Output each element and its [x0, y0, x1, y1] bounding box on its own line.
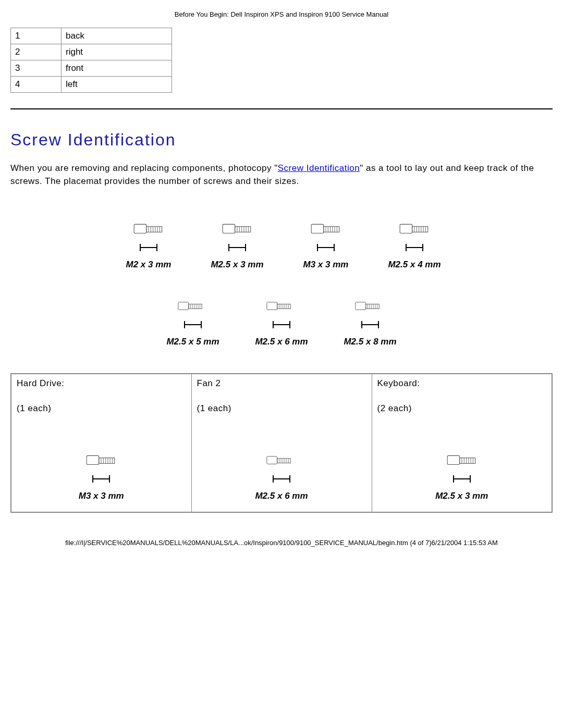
table-row: 1 back: [11, 28, 172, 44]
component-cell: Fan 2 (1 each) M2.5 x 6 mm: [191, 374, 372, 512]
screw-identification-link[interactable]: Screw Identification: [278, 163, 360, 173]
section-title: Screw Identification: [10, 130, 553, 150]
screw-label: M2 x 3 mm: [126, 260, 172, 270]
table-row: 3 front: [11, 60, 172, 77]
cell-num: 3: [11, 60, 62, 77]
screw-item: M2 x 3 mm: [115, 219, 182, 270]
bracket-icon: [92, 474, 111, 484]
screw-row-1: M2 x 3 mm M2.5 x 3 mm M3 x 3 mm M2.5 x 4…: [10, 219, 553, 270]
component-qty: (1 each): [17, 403, 186, 414]
screw-label: M3 x 3 mm: [303, 260, 349, 270]
component-qty: (1 each): [197, 403, 366, 414]
screw-label: M2.5 x 5 mm: [166, 337, 219, 347]
screw-item: M3 x 3 mm: [292, 219, 360, 270]
table-row: 2 right: [11, 44, 172, 60]
cell-label: right: [62, 44, 172, 60]
bracket-icon: [269, 474, 294, 484]
bracket-icon: [316, 243, 335, 252]
screw-item: M2.5 x 6 mm: [248, 296, 315, 347]
screw-label: M2.5 x 6 mm: [255, 337, 308, 347]
component-cell: Hard Drive: (1 each) M3 x 3 mm: [11, 374, 191, 512]
cell-label: left: [62, 77, 172, 93]
component-table: Hard Drive: (1 each) M3 x 3 mm Fan 2 (1 …: [10, 373, 553, 513]
screw-icon: [177, 296, 209, 317]
doc-header: Before You Begin: Dell Inspiron XPS and …: [10, 10, 553, 18]
direction-table: 1 back 2 right 3 front 4 left: [10, 28, 172, 93]
cell-num: 1: [11, 28, 62, 44]
component-screw: M2.5 x 6 mm: [197, 450, 366, 501]
screw-icon: [446, 450, 478, 471]
screw-icon: [266, 296, 297, 317]
component-screw: M3 x 3 mm: [17, 450, 186, 501]
divider: [10, 108, 553, 109]
screw-icon: [222, 219, 253, 240]
bracket-icon: [452, 474, 471, 484]
component-cell: Keyboard: (2 each) M2.5 x 3 mm: [372, 374, 552, 512]
component-qty: (2 each): [377, 403, 547, 414]
bracket-icon: [269, 320, 294, 329]
bracket-icon: [139, 243, 158, 252]
screw-icon: [85, 450, 117, 471]
screw-icon: [266, 450, 297, 471]
component-screw: M2.5 x 3 mm: [377, 450, 547, 501]
screw-icon: [310, 219, 341, 240]
screw-label: M2.5 x 3 mm: [211, 260, 263, 270]
screw-label: M2.5 x 3 mm: [435, 491, 488, 501]
screw-icon: [133, 219, 164, 240]
screw-label: M2.5 x 6 mm: [255, 491, 308, 501]
screw-label: M3 x 3 mm: [79, 491, 124, 501]
screw-label: M2.5 x 4 mm: [388, 260, 440, 270]
bracket-icon: [405, 243, 424, 252]
page-footer: file:///I|/SERVICE%20MANUALS/DELL%20MANU…: [10, 539, 553, 547]
cell-label: back: [62, 28, 172, 44]
body-paragraph: When you are removing and replacing comp…: [10, 162, 553, 188]
screw-icon: [399, 219, 430, 240]
bracket-icon: [181, 320, 204, 329]
table-row: 4 left: [11, 77, 172, 93]
component-title: Keyboard:: [377, 378, 547, 389]
component-title: Fan 2: [197, 378, 366, 389]
screw-item: M2.5 x 8 mm: [336, 296, 404, 347]
cell-num: 4: [11, 77, 62, 93]
screw-icon: [354, 296, 386, 317]
screw-item: M2.5 x 5 mm: [159, 296, 227, 347]
screw-item: M2.5 x 4 mm: [381, 219, 448, 270]
bracket-icon: [356, 320, 384, 329]
cell-num: 2: [11, 44, 62, 60]
bracket-icon: [228, 243, 247, 252]
body-text-pre: When you are removing and replacing comp…: [10, 163, 278, 173]
screw-chart: M2 x 3 mm M2.5 x 3 mm M3 x 3 mm M2.5 x 4…: [10, 219, 553, 347]
screw-item: M2.5 x 3 mm: [203, 219, 271, 270]
table-row: Hard Drive: (1 each) M3 x 3 mm Fan 2 (1 …: [11, 374, 552, 512]
cell-label: front: [62, 60, 172, 77]
screw-label: M2.5 x 8 mm: [344, 337, 396, 347]
component-title: Hard Drive:: [17, 378, 186, 389]
screw-row-2: M2.5 x 5 mm M2.5 x 6 mm M2.5 x 8 mm: [10, 296, 553, 347]
